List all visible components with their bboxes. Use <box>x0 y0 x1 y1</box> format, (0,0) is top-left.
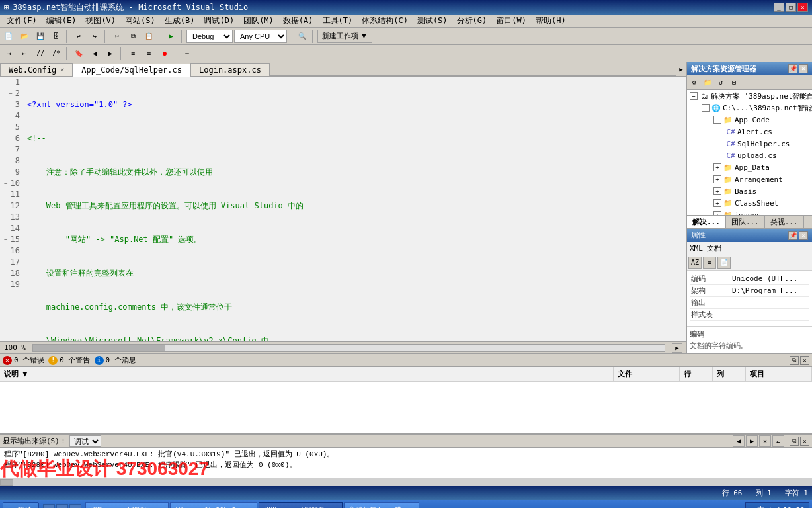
tree-project[interactable]: − 🌐 C:\...\389asp.net智能自... <box>687 102 812 114</box>
cut-icon[interactable]: ✂ <box>110 29 124 44</box>
new-project-icon[interactable]: 📄 <box>1 29 16 44</box>
media-icon[interactable]: ▶ <box>69 504 81 508</box>
col-header-file[interactable]: 文件 <box>614 367 680 381</box>
redo-icon[interactable]: ↪ <box>87 29 102 44</box>
tree-images[interactable]: + 📁 images <box>687 209 812 215</box>
taskbar-item-3[interactable]: 新建标签页 - 猎... <box>344 502 419 508</box>
props-sort-btn[interactable]: AZ <box>688 257 702 269</box>
output-nav-next[interactable]: ▶ <box>746 435 758 447</box>
save-all-icon[interactable]: 🗄 <box>49 29 63 44</box>
col-header-line[interactable]: 行 <box>680 367 713 381</box>
horizontal-scrollbar[interactable] <box>32 344 665 352</box>
col-header-desc[interactable]: 说明 ▼ <box>0 367 614 381</box>
appdata-expand[interactable]: + <box>713 163 721 171</box>
more-icon[interactable]: ⋯ <box>180 46 194 61</box>
collapse-2[interactable]: − <box>9 88 12 99</box>
menu-data[interactable]: 数据(A) <box>279 15 317 27</box>
prev-bookmark-icon[interactable]: ◀ <box>87 46 102 61</box>
menu-edit[interactable]: 编辑(E) <box>42 15 81 27</box>
undo-icon[interactable]: ↩ <box>71 29 86 44</box>
tree-classsheet[interactable]: + 📁 ClassSheet <box>687 197 812 209</box>
minimize-btn[interactable]: _ <box>774 3 784 12</box>
collapse-16[interactable]: − <box>4 245 7 257</box>
uncomment-icon[interactable]: /* <box>49 46 63 61</box>
bookmark-icon[interactable]: 🔖 <box>71 46 86 61</box>
prop-encoding-val[interactable]: Unicode (UTF... <box>729 275 809 283</box>
output-word-wrap[interactable]: ↵ <box>772 435 784 447</box>
menu-build[interactable]: 生成(B) <box>161 15 199 27</box>
tree-alert-cs[interactable]: C# Alert.cs <box>687 126 812 138</box>
tab-webconfig[interactable]: Web.Config × <box>0 63 73 76</box>
debug-mode-select[interactable]: Debug Release <box>186 30 233 43</box>
menu-help[interactable]: 帮助(H) <box>532 15 570 27</box>
close-btn[interactable]: × <box>797 3 808 12</box>
tree-arrangement[interactable]: + 📁 Arrangement <box>687 173 812 185</box>
output-float-btn[interactable]: ⧉ <box>790 437 799 446</box>
props-pin-btn[interactable]: 📌 <box>788 231 797 240</box>
solution-tab-team[interactable]: 团队... <box>726 216 765 228</box>
se-show-files-icon[interactable]: 📁 <box>702 77 713 89</box>
output-nav-prev[interactable]: ◀ <box>733 435 745 447</box>
align-left-icon[interactable]: ≡ <box>126 46 140 61</box>
collapse-12[interactable]: − <box>4 200 7 212</box>
breakpoint-icon[interactable]: ● <box>157 46 172 61</box>
tab-sqlhelper[interactable]: App_Code/SqlHelper.cs <box>73 64 190 77</box>
tree-app-data[interactable]: + 📁 App_Data <box>687 161 812 173</box>
menu-website[interactable]: 网站(S) <box>121 15 159 27</box>
menu-window[interactable]: 窗口(W) <box>492 15 530 27</box>
indent-icon[interactable]: ⇥ <box>1 46 16 61</box>
solution-tab-main[interactable]: 解决... <box>687 216 726 228</box>
open-icon[interactable]: 📂 <box>17 29 32 44</box>
taskbar-item-1[interactable]: Microsoft SQL Se... <box>170 502 257 508</box>
save-icon[interactable]: 💾 <box>33 29 48 44</box>
next-bookmark-icon[interactable]: ▶ <box>103 46 118 61</box>
collapse-15[interactable]: − <box>4 234 7 245</box>
error-panel-close[interactable]: × <box>800 356 809 365</box>
folder-quick-icon[interactable]: 📁 <box>56 504 68 508</box>
tree-upload-cs[interactable]: C# upload.cs <box>687 149 812 161</box>
tree-sqlhelper-cs[interactable]: C# SqlHelper.cs <box>687 138 812 149</box>
appcode-expand[interactable]: − <box>713 116 721 124</box>
project-expand[interactable]: − <box>702 104 710 112</box>
paste-icon[interactable]: 📋 <box>142 29 156 44</box>
solution-expand[interactable]: − <box>690 92 698 100</box>
find-icon[interactable]: 🔍 <box>295 29 309 44</box>
col-header-proj[interactable]: 项目 <box>746 367 812 381</box>
menu-team[interactable]: 团队(M) <box>239 15 278 27</box>
comment-icon[interactable]: // <box>33 46 48 61</box>
se-refresh-icon[interactable]: ↺ <box>715 77 727 89</box>
taskbar-item-0[interactable]: 389asp.net智能目... <box>85 502 169 508</box>
menu-debug[interactable]: 调试(D) <box>200 15 238 27</box>
taskbar-item-2[interactable]: 389asp.net智能自... <box>259 502 342 508</box>
scroll-right-btn[interactable]: ▶ <box>672 343 682 353</box>
props-close-btn[interactable]: × <box>799 231 808 240</box>
menu-tools[interactable]: 工具(T) <box>319 15 357 27</box>
tab-login[interactable]: Login.aspx.cs <box>190 63 270 76</box>
start-button[interactable]: ⊞ 开始 <box>3 502 39 508</box>
copy-icon[interactable]: ⧉ <box>126 29 140 44</box>
menu-analyze[interactable]: 分析(G) <box>453 15 491 27</box>
new-work-item-btn[interactable]: 新建工作项 ▼ <box>317 30 372 43</box>
code-lines-area[interactable]: <?xml version="1.0" ?> <!-- 注意：除了手动编辑此文件… <box>24 77 686 341</box>
panel-pin-btn[interactable]: 📌 <box>788 64 797 73</box>
tree-basis[interactable]: + 📁 Basis <box>687 185 812 197</box>
align-center-icon[interactable]: ≡ <box>142 46 156 61</box>
maximize-btn[interactable]: □ <box>786 3 796 12</box>
menu-test[interactable]: 测试(S) <box>413 15 452 27</box>
cpu-mode-select[interactable]: Any CPU x86 x64 <box>234 30 287 43</box>
arr-expand[interactable]: + <box>713 175 721 183</box>
tree-solution[interactable]: − 🗂 解决方案 '389asp.net智能自...' <box>687 90 812 102</box>
menu-file[interactable]: 文件(F) <box>3 15 41 27</box>
props-pg-btn[interactable]: 📄 <box>717 257 731 269</box>
prop-arch-val[interactable]: D:\Program F... <box>729 286 809 295</box>
se-properties-icon[interactable]: ⚙ <box>688 77 700 89</box>
menu-arch[interactable]: 体系结构(C) <box>358 15 412 27</box>
menu-view[interactable]: 视图(V) <box>81 15 120 27</box>
basis-expand[interactable]: + <box>713 187 721 195</box>
cs-expand[interactable]: + <box>713 199 721 207</box>
run-icon[interactable]: ▶ <box>164 29 179 44</box>
error-panel-float[interactable]: ⧉ <box>790 356 799 365</box>
output-clear[interactable]: ✕ <box>759 435 771 447</box>
col-header-col[interactable]: 列 <box>713 367 746 381</box>
output-close-btn[interactable]: × <box>800 437 809 446</box>
